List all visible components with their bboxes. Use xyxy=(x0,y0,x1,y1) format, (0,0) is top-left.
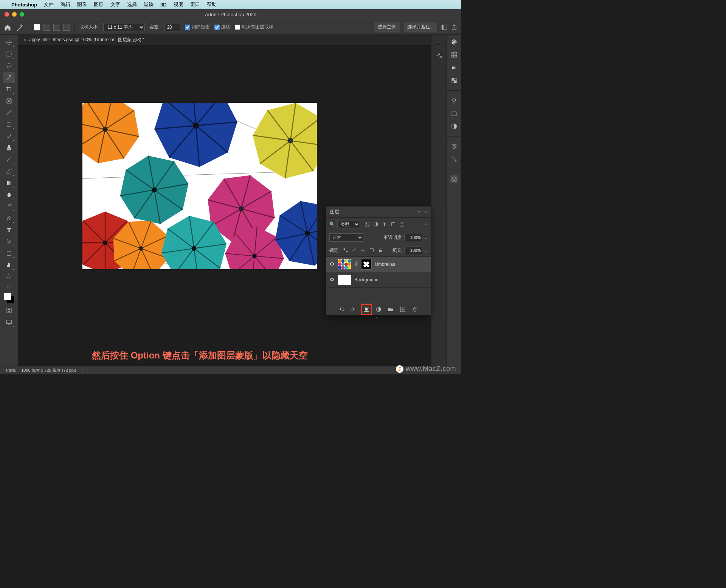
share-icon[interactable] xyxy=(451,24,458,31)
crop-tool[interactable] xyxy=(3,84,15,95)
contiguous-checkbox[interactable] xyxy=(214,25,220,30)
menu-window[interactable]: 窗口 xyxy=(190,1,200,8)
filter-type-icon[interactable] xyxy=(382,222,387,227)
document-tab[interactable]: × apply-filter-effects.psd @ 100% (Umbre… xyxy=(18,35,446,45)
menu-filter[interactable]: 滤镜 xyxy=(144,1,154,8)
eraser-tool[interactable] xyxy=(3,166,15,177)
link-layers-icon[interactable] xyxy=(339,306,345,312)
blend-mode-select[interactable]: 正常 xyxy=(329,233,363,242)
hand-tool[interactable] xyxy=(3,260,15,270)
app-name[interactable]: Photoshop xyxy=(11,2,37,8)
layer-fx-icon[interactable]: fx⌄ xyxy=(351,306,357,312)
color-panel-icon[interactable] xyxy=(450,38,458,46)
menu-image[interactable]: 图像 xyxy=(77,1,87,8)
sample-size-select[interactable]: 11 x 11 平均 xyxy=(103,23,145,31)
menu-help[interactable]: 帮助 xyxy=(207,1,217,8)
panel-toggle-icon[interactable] xyxy=(441,24,448,31)
intersect-sample-icon[interactable] xyxy=(63,24,70,31)
close-tab-icon[interactable]: × xyxy=(23,37,26,43)
screenmode-icon[interactable] xyxy=(3,317,15,327)
move-tool[interactable] xyxy=(3,37,15,48)
properties-panel-icon[interactable] xyxy=(435,38,443,46)
eyedropper-tool[interactable] xyxy=(3,107,15,118)
all-layers-check[interactable]: 对所有图层取样 xyxy=(235,24,273,30)
path-select-tool[interactable] xyxy=(3,236,15,247)
gradients-panel-icon[interactable] xyxy=(450,64,458,72)
all-layers-checkbox[interactable] xyxy=(235,25,240,30)
link-icon[interactable] xyxy=(354,261,358,268)
menu-select[interactable]: 选择 xyxy=(127,1,137,8)
magic-wand-tool-icon[interactable] xyxy=(16,24,24,31)
blur-tool[interactable] xyxy=(3,189,15,200)
foreground-background-colors[interactable] xyxy=(3,292,15,304)
fill-input[interactable] xyxy=(404,247,422,254)
adjustment-layer-icon[interactable]: ⌄ xyxy=(375,306,382,312)
home-icon[interactable] xyxy=(4,24,11,31)
lasso-tool[interactable] xyxy=(3,61,15,71)
opacity-input[interactable] xyxy=(404,234,422,241)
zoom-level[interactable]: 100% xyxy=(5,368,16,373)
select-subject-button[interactable]: 选择主体 xyxy=(374,22,400,32)
magic-wand-tool[interactable] xyxy=(3,72,15,83)
antialias-checkbox[interactable] xyxy=(185,25,190,30)
marquee-tool[interactable] xyxy=(3,49,15,59)
patterns-panel-icon[interactable] xyxy=(450,76,458,85)
filter-adjust-icon[interactable] xyxy=(373,222,379,227)
lock-position-icon[interactable] xyxy=(360,248,366,253)
panel-menu-icon[interactable]: ≡ xyxy=(424,209,427,215)
delete-layer-icon[interactable] xyxy=(412,306,418,312)
doc-info-chevron-icon[interactable]: 〉 xyxy=(81,368,85,373)
history-brush-tool[interactable] xyxy=(3,154,15,165)
filter-pixel-icon[interactable] xyxy=(365,222,370,227)
menu-3d[interactable]: 3D xyxy=(160,2,167,8)
paths-icon[interactable] xyxy=(450,155,458,163)
gradient-tool[interactable] xyxy=(3,178,15,188)
stamp-tool[interactable] xyxy=(3,143,15,153)
collapse-panel-icon[interactable]: » xyxy=(418,209,420,215)
healing-tool[interactable] xyxy=(3,119,15,130)
select-and-mask-button[interactable]: 选择并遮住... xyxy=(403,22,438,32)
tolerance-input[interactable] xyxy=(164,23,180,31)
menu-layer[interactable]: 图层 xyxy=(94,1,104,8)
fill-chevron-icon[interactable]: ⌄ xyxy=(424,248,428,253)
visibility-icon[interactable] xyxy=(329,277,335,283)
lock-transparent-icon[interactable] xyxy=(343,248,348,253)
pen-tool[interactable] xyxy=(3,213,15,223)
zoom-tool[interactable] xyxy=(3,272,15,282)
menu-edit[interactable]: 编辑 xyxy=(60,1,70,8)
adjustments-icon[interactable] xyxy=(450,122,458,130)
menu-file[interactable]: 文件 xyxy=(44,1,54,8)
swatches-panel-icon[interactable] xyxy=(450,51,458,59)
channels-icon[interactable] xyxy=(450,142,458,150)
libraries-panel-icon[interactable] xyxy=(450,109,458,118)
layer-name[interactable]: Background xyxy=(354,277,379,282)
contiguous-check[interactable]: 连续 xyxy=(214,24,230,30)
opacity-chevron-icon[interactable]: ⌄ xyxy=(424,235,428,240)
shape-tool[interactable] xyxy=(3,248,15,259)
group-icon[interactable] xyxy=(388,306,394,312)
layer-row-umbrellas[interactable]: Umbrellas xyxy=(326,257,431,272)
layer-thumbnail[interactable] xyxy=(338,275,351,285)
filter-smart-icon[interactable] xyxy=(399,222,405,227)
lock-artboard-icon[interactable] xyxy=(369,248,374,253)
new-layer-icon[interactable] xyxy=(400,306,406,312)
dodge-tool[interactable] xyxy=(3,201,15,212)
brush-tool[interactable] xyxy=(3,131,15,141)
filter-toggle[interactable] xyxy=(424,222,428,226)
visibility-icon[interactable] xyxy=(329,261,335,268)
layer-thumbnail[interactable] xyxy=(338,259,351,270)
learn-panel-icon[interactable] xyxy=(450,96,458,105)
frame-tool[interactable] xyxy=(3,96,15,106)
lock-all-icon[interactable] xyxy=(378,248,383,253)
edit-toolbar-icon[interactable] xyxy=(3,283,15,289)
layer-filter-select[interactable]: 类型 xyxy=(337,220,360,228)
menu-type[interactable]: 文字 xyxy=(110,1,120,8)
filter-shape-icon[interactable] xyxy=(391,222,396,227)
menu-view[interactable]: 视图 xyxy=(174,1,183,8)
layers-panel-icon[interactable] xyxy=(450,175,458,183)
layer-row-background[interactable]: Background xyxy=(326,272,431,288)
type-tool[interactable] xyxy=(3,225,15,235)
add-sample-icon[interactable] xyxy=(43,24,50,31)
lock-pixels-icon[interactable] xyxy=(352,248,357,253)
antialias-check[interactable]: 消除锯齿 xyxy=(185,24,210,30)
